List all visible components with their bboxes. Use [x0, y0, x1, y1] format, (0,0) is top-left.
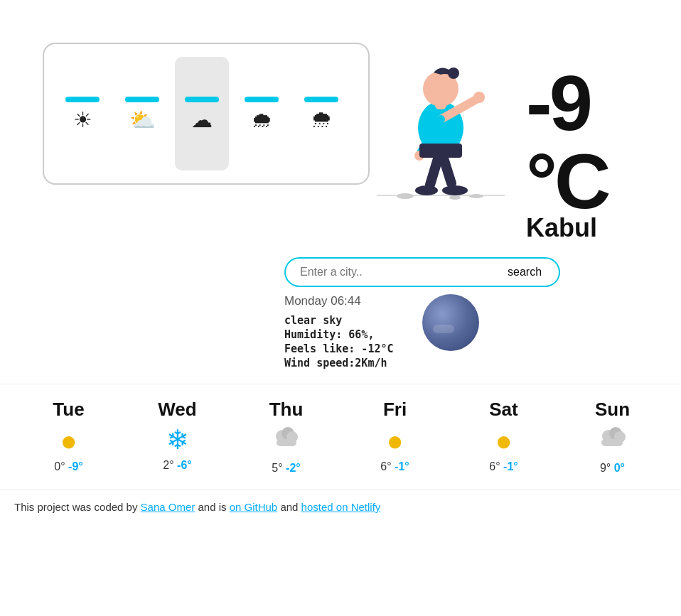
- weather-info: Monday 06:44 clear sky Humidity: 66%, Fe…: [0, 287, 681, 369]
- weather-details: clear sky Humidity: 66%, Feels like: -12…: [284, 314, 394, 369]
- forecast-temps-sat: 6° -1°: [489, 460, 518, 473]
- humidity: Humidity: 66%,: [284, 328, 394, 341]
- forecast-temps-thu: 5° -2°: [272, 462, 300, 475]
- rain-icon: 🌧: [251, 109, 272, 131]
- forecast-day-thu: Thu 5° -2°: [251, 399, 322, 475]
- svg-rect-24: [601, 439, 623, 446]
- svg-rect-16: [419, 144, 462, 158]
- card-bar-sleet: [304, 97, 338, 102]
- svg-rect-20: [277, 439, 296, 446]
- day-label-wed: Wed: [158, 399, 196, 421]
- svg-point-1: [397, 193, 414, 199]
- netlify-link[interactable]: hosted on Netlify: [301, 501, 381, 513]
- weather-card-cloud[interactable]: ⛅: [115, 57, 169, 171]
- footer-text-middle: and is: [195, 501, 229, 513]
- temp-low-tue: -9°: [68, 460, 83, 472]
- top-section: ☀ ⛅ ☁ 🌧 🌨: [0, 0, 681, 243]
- card-bar-cloud: [125, 97, 159, 102]
- weather-condition: clear sky: [284, 314, 394, 327]
- overcast-icon: ☁: [191, 109, 213, 131]
- day-label-sun: Sun: [595, 399, 630, 421]
- feels-like: Feels like: -12°C: [284, 342, 394, 355]
- forecast-icon-sun: [594, 426, 631, 456]
- datetime: Monday 06:44: [284, 294, 394, 308]
- weather-card-sun[interactable]: ☀: [55, 57, 109, 171]
- footer-text-before: This project was coded by: [14, 501, 141, 513]
- forecast-day-sun: Sun 9° 0°: [577, 399, 648, 475]
- search-section: search: [0, 243, 681, 287]
- forecast-day-fri: Fri ● 6° -1°: [360, 399, 431, 475]
- card-bar-rain: [245, 97, 279, 102]
- footer: This project was coded by Sana Omer and …: [0, 489, 681, 524]
- forecast-icon-tue: ●: [60, 426, 77, 455]
- forecast-temps-wed: 2° -6°: [163, 459, 191, 472]
- author-link[interactable]: Sana Omer: [141, 501, 195, 513]
- weather-card-rain[interactable]: 🌧: [235, 57, 289, 171]
- person-illustration: [370, 14, 512, 213]
- temp-display: -9 °C Kabul: [526, 64, 653, 243]
- forecast-day-wed: Wed ❄ 2° -6°: [142, 399, 213, 475]
- footer-text-and: and: [277, 501, 301, 513]
- temp-low-sat: -1°: [503, 460, 518, 472]
- day-label-fri: Fri: [383, 399, 407, 421]
- search-row: search: [284, 257, 560, 287]
- svg-point-2: [469, 194, 483, 198]
- sun-icon: ☀: [73, 109, 92, 131]
- current-weather-icon: [422, 294, 479, 351]
- forecast-icon-sat: ●: [495, 426, 512, 455]
- svg-point-11: [448, 67, 459, 79]
- svg-point-3: [449, 195, 461, 200]
- forecast-icon-fri: ●: [386, 426, 403, 455]
- forecast-day-sat: Sat ● 6° -1°: [468, 399, 540, 475]
- forecast-day-tue: Tue ● 0° -9°: [33, 399, 104, 475]
- cloud-icon: ⛅: [129, 109, 156, 131]
- svg-point-13: [473, 92, 485, 103]
- forecast-temps-tue: 0° -9°: [54, 460, 82, 473]
- temp-low-sun: 0°: [614, 462, 625, 474]
- svg-point-7: [442, 185, 468, 195]
- day-label-sat: Sat: [489, 399, 518, 421]
- temp-low-wed: -6°: [177, 459, 192, 471]
- info-block: Monday 06:44 clear sky Humidity: 66%, Fe…: [284, 294, 394, 369]
- forecast-temps-fri: 6° -1°: [380, 460, 409, 473]
- weather-card-strip: ☀ ⛅ ☁ 🌧 🌨: [43, 43, 370, 185]
- card-bar-sun: [65, 97, 100, 102]
- temp-low-fri: -1°: [395, 460, 409, 472]
- day-label-tue: Tue: [53, 399, 84, 421]
- forecast-temps-sun: 9° 0°: [600, 462, 625, 475]
- temp-low-thu: -2°: [286, 462, 301, 474]
- svg-point-5: [415, 185, 438, 195]
- day-label-thu: Thu: [269, 399, 304, 421]
- temperature-value: -9 °C: [526, 64, 653, 220]
- weather-card-overcast[interactable]: ☁: [175, 57, 229, 171]
- github-link[interactable]: on GitHub: [230, 501, 278, 513]
- search-button[interactable]: search: [490, 257, 560, 287]
- forecast-section: Tue ● 0° -9° Wed ❄ 2° -6° Thu 5° -2° Fri…: [0, 384, 681, 489]
- wind-speed: Wind speed:2Km/h: [284, 357, 394, 369]
- city-input[interactable]: [284, 257, 490, 287]
- sleet-icon: 🌨: [311, 109, 332, 131]
- forecast-icon-wed: ❄: [166, 426, 189, 453]
- card-bar-overcast: [185, 97, 219, 102]
- weather-card-sleet[interactable]: 🌨: [294, 57, 348, 171]
- forecast-icon-thu: [271, 426, 302, 456]
- city-name: Kabul: [526, 213, 597, 243]
